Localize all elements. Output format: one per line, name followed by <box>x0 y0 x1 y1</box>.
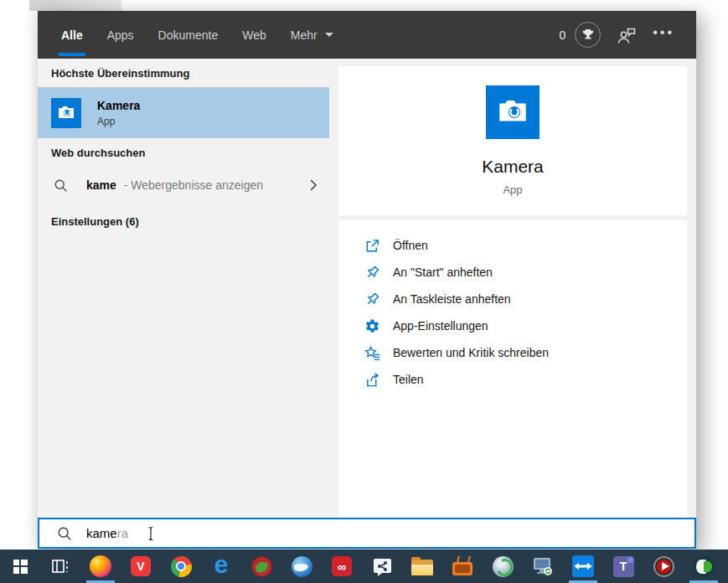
camera-app-icon <box>51 98 81 128</box>
action-open[interactable]: Öffnen <box>364 232 687 259</box>
file-explorer-icon <box>411 560 433 575</box>
adobe-creative-cloud-icon <box>332 556 352 576</box>
taskbar-share-app[interactable] <box>362 549 402 583</box>
taskbar-adobe-creative-cloud[interactable] <box>322 549 362 583</box>
preview-app-type: App <box>503 183 522 196</box>
search-input[interactable]: kamera <box>38 518 696 549</box>
tab-mehr-label: Mehr <box>291 28 318 42</box>
search-filter-bar: Alle Apps Dokumente Web Mehr 0 <box>38 11 696 59</box>
camera-app-icon-large <box>486 85 540 139</box>
tv-app-icon <box>452 562 472 575</box>
trophy-icon <box>575 22 601 48</box>
taskbar-mediamonkey[interactable] <box>241 549 281 583</box>
taskbar <box>0 549 728 583</box>
settings-header: Einstellungen (6) <box>38 207 329 235</box>
search-icon <box>57 526 72 541</box>
action-share[interactable]: Teilen <box>364 366 687 393</box>
tab-web[interactable]: Web <box>242 11 266 59</box>
best-match-title: Kamera <box>97 99 140 112</box>
taskbar-firefox[interactable] <box>80 549 121 583</box>
thunderbird-icon <box>292 556 312 577</box>
chrome-icon <box>171 556 192 577</box>
taskbar-tv-app[interactable] <box>442 549 483 583</box>
taskbar-microsoft-teams[interactable] <box>603 549 643 583</box>
text-cursor-icon <box>147 526 155 541</box>
chevron-right-icon[interactable] <box>307 178 319 192</box>
taskbar-chrome[interactable] <box>161 549 201 583</box>
taskbar-vivaldi[interactable] <box>121 549 161 583</box>
more-options-button[interactable]: ••• <box>653 25 674 45</box>
task-view-icon <box>50 557 70 575</box>
edge-icon <box>214 555 229 577</box>
web-search-header: Web durchsuchen <box>38 138 329 167</box>
taskbar-teamviewer[interactable] <box>563 549 603 583</box>
open-icon <box>364 238 380 254</box>
tab-alle[interactable]: Alle <box>61 11 83 59</box>
rewards-count: 0 <box>559 28 565 42</box>
pin-icon <box>364 265 380 281</box>
feedback-button[interactable] <box>617 26 637 44</box>
mediamonkey-icon <box>251 556 272 577</box>
remote-desktop-icon <box>532 556 554 576</box>
taskbar-cisco-anyconnect[interactable] <box>483 549 523 583</box>
taskbar-remote-desktop[interactable] <box>523 549 563 583</box>
share-icon <box>364 372 380 388</box>
gear-icon <box>364 318 380 334</box>
taskbar-start-button[interactable] <box>0 549 40 583</box>
best-match-header: Höchste Übereinstimmung <box>38 59 329 88</box>
rate-review-icon <box>364 345 380 361</box>
taskbar-thunderbird[interactable] <box>281 549 322 583</box>
filter-tabs: Alle Apps Dokumente Web Mehr <box>61 11 333 59</box>
preview-app-title: Kamera <box>482 157 544 177</box>
action-pin-taskbar[interactable]: An Taskleiste anheften <box>364 286 687 312</box>
best-match-result-kamera[interactable]: Kamera App <box>38 88 329 138</box>
taskbar-task-view-button[interactable] <box>40 549 80 583</box>
action-app-settings[interactable]: App-Einstellungen <box>364 312 687 339</box>
action-pin-start[interactable]: An "Start" anheften <box>364 259 687 286</box>
tab-dokumente[interactable]: Dokumente <box>158 11 219 59</box>
rewards-button[interactable]: 0 <box>559 22 601 48</box>
preview-panel: Kamera App Öffnen <box>329 59 696 518</box>
search-input-completion: ra <box>117 526 128 540</box>
background-window-edge <box>29 0 121 11</box>
tab-mehr[interactable]: Mehr <box>291 11 333 59</box>
cisco-webex-icon <box>694 556 715 577</box>
search-input-value: kame <box>86 526 117 540</box>
taskbar-media-player[interactable] <box>643 549 684 583</box>
teamviewer-icon <box>572 555 594 577</box>
action-rate-review[interactable]: Bewerten und Kritik schreiben <box>364 339 687 366</box>
chevron-down-icon <box>325 33 333 37</box>
microsoft-teams-icon <box>613 556 634 577</box>
feedback-person-icon <box>621 32 626 37</box>
tab-apps[interactable]: Apps <box>107 11 134 59</box>
firefox-icon <box>90 555 111 577</box>
web-suggestion-row[interactable]: kame - Webergebnisse anzeigen <box>38 168 329 202</box>
media-player-icon <box>653 556 674 577</box>
suggestion-query: kame <box>86 178 116 192</box>
taskbar-edge[interactable] <box>201 549 241 583</box>
pin-icon <box>364 292 380 307</box>
cisco-anyconnect-icon <box>493 556 514 577</box>
suggestion-hint: - Webergebnisse anzeigen <box>124 178 263 192</box>
vivaldi-icon <box>131 556 151 576</box>
action-list: Öffnen An "Start" anheften <box>338 220 687 518</box>
windows-search-flyout: Alle Apps Dokumente Web Mehr 0 <box>38 11 696 549</box>
taskbar-file-explorer[interactable] <box>402 549 442 583</box>
search-icon <box>54 178 68 193</box>
best-match-type: App <box>97 116 140 127</box>
taskbar-cisco-webex[interactable] <box>684 549 724 583</box>
results-panel: Höchste Übereinstimmung Kamera App Web d… <box>38 59 329 518</box>
share-app-icon <box>372 556 393 577</box>
windows-logo-icon <box>13 560 28 574</box>
